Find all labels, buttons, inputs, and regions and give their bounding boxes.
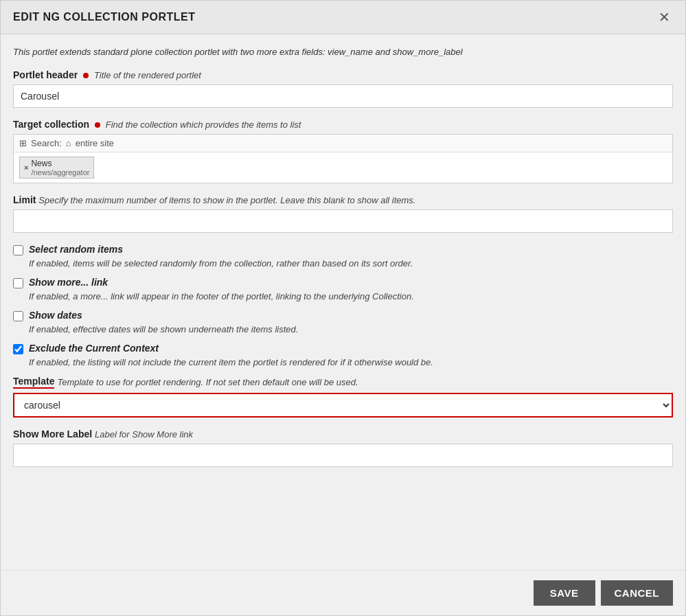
show-more-label-input[interactable] — [13, 444, 673, 467]
portlet-header-field: Portlet header Title of the rendered por… — [13, 69, 673, 108]
template-field: Template Template to use for portlet ren… — [13, 376, 673, 418]
exclude-current-group: Exclude the Current Context If enabled, … — [13, 343, 673, 367]
select-random-label: Select random items — [29, 244, 123, 255]
portlet-header-input[interactable] — [13, 84, 673, 108]
limit-input[interactable] — [13, 209, 673, 233]
limit-hint: Specify the maximum number of items to s… — [38, 195, 415, 205]
exclude-current-row: Exclude the Current Context — [13, 343, 673, 354]
tag-name: News /news/aggregator — [31, 159, 89, 176]
portlet-header-label: Portlet header — [13, 69, 78, 80]
template-label-row: Template Template to use for portlet ren… — [13, 376, 673, 389]
show-dates-group: Show dates If enabled, effective dates w… — [13, 310, 673, 334]
select-random-hint: If enabled, items will be selected rando… — [29, 258, 673, 269]
template-select[interactable]: carousel — [14, 394, 672, 416]
exclude-current-hint: If enabled, the listing will not include… — [29, 357, 673, 367]
edit-portlet-dialog: EDIT NG COLLECTION PORTLET ✕ This portle… — [0, 0, 686, 616]
dialog-header: EDIT NG COLLECTION PORTLET ✕ — [1, 1, 685, 34]
portlet-header-hint: Title of the rendered portlet — [94, 70, 201, 80]
collection-search-bar: ⊞ Search: ⌂ entire site — [14, 135, 672, 152]
dialog-body: This portlet extends standard plone coll… — [1, 34, 685, 533]
show-dates-label: Show dates — [29, 310, 82, 321]
intro-text: This portlet extends standard plone coll… — [13, 47, 673, 57]
show-more-link-checkbox[interactable] — [13, 278, 23, 288]
collection-selected-area[interactable]: × News /news/aggregator — [14, 152, 672, 183]
template-label: Template — [13, 376, 54, 389]
select-random-checkbox[interactable] — [13, 245, 23, 255]
dialog-footer: SAVE CANCEL — [1, 570, 685, 615]
cancel-button[interactable]: CANCEL — [601, 580, 674, 606]
show-dates-checkbox[interactable] — [13, 311, 23, 321]
select-random-row: Select random items — [13, 244, 673, 255]
required-indicator — [83, 73, 89, 78]
show-more-link-group: Show more... link If enabled, a more... … — [13, 277, 673, 301]
show-more-link-label: Show more... link — [29, 277, 108, 288]
save-button[interactable]: SAVE — [534, 580, 595, 606]
search-label: Search: — [31, 138, 62, 148]
tag-remove-button[interactable]: × — [24, 163, 28, 172]
entire-site-label: entire site — [76, 138, 114, 148]
close-icon: ✕ — [659, 10, 670, 25]
selected-collection-tag[interactable]: × News /news/aggregator — [19, 157, 94, 179]
show-more-link-row: Show more... link — [13, 277, 673, 288]
template-select-wrapper: carousel — [13, 393, 673, 418]
close-button[interactable]: ✕ — [656, 10, 673, 24]
target-collection-field: Target collection Find the collection wh… — [13, 119, 673, 183]
exclude-current-checkbox[interactable] — [13, 344, 23, 354]
required-indicator-2 — [95, 122, 100, 128]
home-icon: ⌂ — [66, 138, 71, 148]
target-collection-label: Target collection — [13, 119, 89, 130]
limit-field: Limit Specify the maximum number of item… — [13, 194, 673, 233]
collection-widget: ⊞ Search: ⌂ entire site × News /news/agg… — [13, 134, 673, 183]
search-widget-icon: ⊞ — [19, 138, 27, 148]
select-random-group: Select random items If enabled, items wi… — [13, 244, 673, 269]
show-more-label-label: Show More Label — [13, 429, 92, 440]
template-hint: Template to use for portlet rendering. I… — [57, 377, 358, 387]
target-collection-hint: Find the collection which provides the i… — [106, 119, 301, 130]
show-more-label-hint: Label for Show More link — [95, 429, 193, 440]
show-more-link-hint: If enabled, a more... link will appear i… — [29, 291, 673, 301]
limit-label: Limit — [13, 194, 36, 205]
show-dates-row: Show dates — [13, 310, 673, 321]
dialog-title: EDIT NG COLLECTION PORTLET — [13, 11, 195, 23]
exclude-current-label: Exclude the Current Context — [29, 343, 159, 354]
show-more-label-field: Show More Label Label for Show More link — [13, 429, 673, 467]
show-dates-hint: If enabled, effective dates will be show… — [29, 324, 673, 334]
